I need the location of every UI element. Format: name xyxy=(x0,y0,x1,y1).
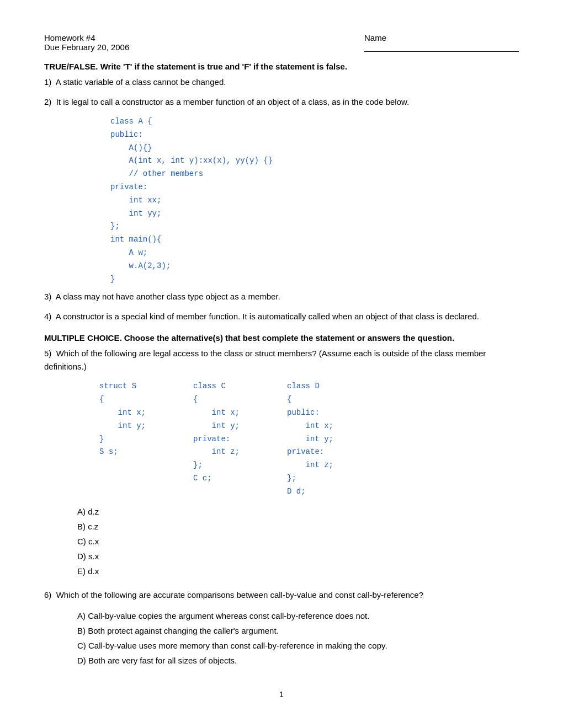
code-line-1: class A { xyxy=(110,115,519,129)
q3-num: 3) xyxy=(44,292,51,301)
code-line-11: A w; xyxy=(110,247,519,260)
q5-code-columns: struct S { int x; int y; } S s; class C … xyxy=(99,380,519,498)
q1-num: 1) xyxy=(44,77,51,87)
struct-s-col: struct S { int x; int y; } S s; xyxy=(99,380,160,498)
class-d-col: class D { public: int x; int y; private:… xyxy=(287,380,348,498)
question-5: 5) Which of the following are legal acce… xyxy=(44,347,519,373)
q5-answer-e: E) d.x xyxy=(77,564,519,579)
q4-num: 4) xyxy=(44,312,51,321)
q5-num: 5) xyxy=(44,349,51,358)
q5-answer-d: D) s.x xyxy=(77,549,519,564)
code-line-12: w.A(2,3); xyxy=(110,260,519,273)
q1-text: A static variable of a class cannot be c… xyxy=(56,77,226,87)
code-line-3: A(){} xyxy=(110,142,519,155)
header-left: Homework #4 Due February 20, 2006 xyxy=(44,33,129,52)
q2-text: It is legal to call a constructor as a m… xyxy=(56,97,410,106)
q5-answer-b: B) c.z xyxy=(77,519,519,534)
q2-num: 2) xyxy=(44,97,51,106)
q6-text: Which of the following are accurate comp… xyxy=(56,590,423,599)
true-false-title: TRUE/FALSE. Write 'T' if the statement i… xyxy=(44,62,519,71)
code-line-9: }; xyxy=(110,220,519,233)
code-line-6: private: xyxy=(110,181,519,194)
question-2: 2) It is legal to call a constructor as … xyxy=(44,95,519,109)
code-block-q2: class A { public: A(){} A(int x, int y):… xyxy=(110,115,519,286)
q5-text: Which of the following are legal access … xyxy=(44,349,486,371)
q6-answers: A) Call-by-value copies the argument whe… xyxy=(77,608,519,668)
name-label: Name xyxy=(364,33,386,42)
name-field: Name xyxy=(364,33,519,52)
code-line-8: int yy; xyxy=(110,207,519,221)
mc-title: MULTIPLE CHOICE. Choose the alternative(… xyxy=(44,333,519,342)
code-line-5: // other members xyxy=(110,168,519,181)
question-3: 3) A class may not have another class ty… xyxy=(44,290,519,303)
code-line-4: A(int x, int y):xx(x), yy(y) {} xyxy=(110,154,519,168)
homework-label: Homework #4 xyxy=(44,33,129,42)
page-number: 1 xyxy=(44,690,519,699)
code-line-13: } xyxy=(110,273,519,286)
question-1: 1) A static variable of a class cannot b… xyxy=(44,76,519,89)
question-6: 6) Which of the following are accurate c… xyxy=(44,588,519,602)
q6-answer-b: B) Both protect against changing the cal… xyxy=(77,623,519,638)
class-c-col: class C { int x; int y; private: int z; … xyxy=(193,380,254,498)
code-line-2: public: xyxy=(110,129,519,142)
q5-answers: A) d.z B) c.z C) c.x D) s.x E) d.x xyxy=(77,504,519,579)
q6-answer-c: C) Call-by-value uses more memory than c… xyxy=(77,638,519,653)
q5-answer-a: A) d.z xyxy=(77,504,519,519)
q3-text: A class may not have another class type … xyxy=(56,292,280,301)
q6-answer-d: D) Both are very fast for all sizes of o… xyxy=(77,653,519,668)
due-date: Due February 20, 2006 xyxy=(44,42,129,52)
question-4: 4) A constructor is a special kind of me… xyxy=(44,310,519,323)
q4-text: A constructor is a special kind of membe… xyxy=(56,312,479,321)
code-line-7: int xx; xyxy=(110,194,519,207)
code-line-10: int main(){ xyxy=(110,233,519,247)
q6-num: 6) xyxy=(44,590,51,599)
q5-answer-c: C) c.x xyxy=(77,534,519,549)
q6-answer-a: A) Call-by-value copies the argument whe… xyxy=(77,608,519,623)
